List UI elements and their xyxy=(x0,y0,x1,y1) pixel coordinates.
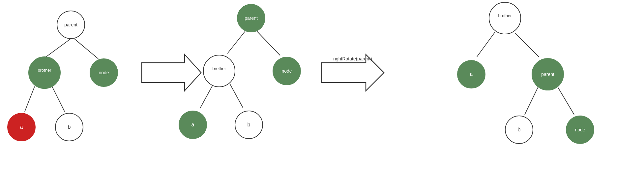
edge-d2-parent-brother xyxy=(227,31,246,53)
label-d3-node: node xyxy=(575,127,585,132)
edge-d1-brother-b xyxy=(52,86,65,112)
diagram-container: parent brother node a b parent brother xyxy=(0,0,644,171)
edge-d2-parent-node xyxy=(256,31,280,55)
main-svg: parent brother node a b parent brother xyxy=(0,0,644,171)
label-d2-b: b xyxy=(248,122,250,127)
node-d3-brother xyxy=(489,2,521,34)
edge-d3-brother-parent xyxy=(515,33,539,57)
label-d1-brother: brother xyxy=(38,68,51,73)
label-d3-parent: parent xyxy=(541,72,554,77)
edge-d2-brother-b xyxy=(230,84,243,108)
node-d2-brother xyxy=(203,55,235,87)
edge-d1-parent-brother xyxy=(46,39,71,57)
node-d1-brother xyxy=(29,57,60,88)
edge-d1-parent-node xyxy=(74,39,98,59)
label-d2-brother: brother xyxy=(212,66,226,71)
edge-d3-brother-a xyxy=(477,32,495,57)
label-d3-b: b xyxy=(518,127,521,132)
arrow1 xyxy=(142,54,201,91)
edge-d3-parent-b xyxy=(525,87,538,115)
edge-d3-parent-node xyxy=(558,87,574,115)
label-d1-a: a xyxy=(20,124,23,130)
label-d2-parent: parent xyxy=(245,16,258,21)
label-d2-a: a xyxy=(191,122,194,127)
label-d1-b: b xyxy=(68,124,71,130)
label-d3-brother: brother xyxy=(498,13,512,18)
label-d2-node: node xyxy=(281,68,292,74)
label-d1-node: node xyxy=(99,70,109,75)
label-d1-parent: parent xyxy=(64,22,77,27)
label-arrow2: rightRotate(parent) xyxy=(333,56,372,61)
edge-d2-brother-a xyxy=(200,84,213,108)
edge-d1-brother-a xyxy=(25,86,35,112)
label-d3-a: a xyxy=(470,71,473,77)
